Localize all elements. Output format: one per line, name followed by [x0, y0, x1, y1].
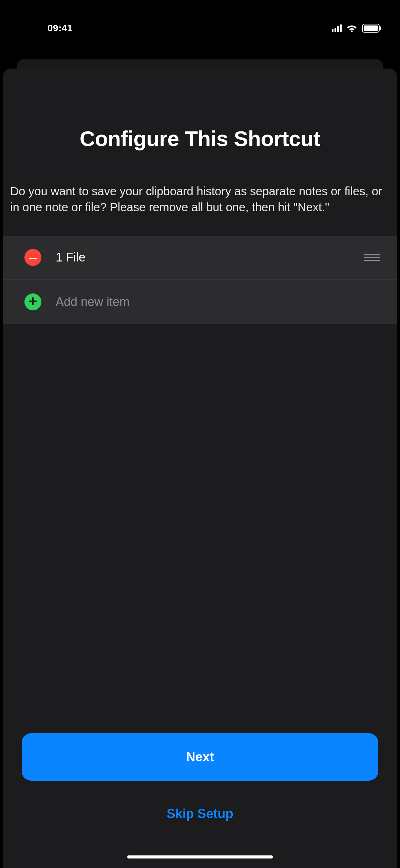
footer: Next Skip Setup: [3, 733, 397, 868]
minus-icon: [29, 254, 37, 260]
signal-icon: [332, 24, 342, 32]
next-button[interactable]: Next: [22, 733, 378, 781]
add-item-row[interactable]: Add new item: [3, 280, 397, 324]
list-item[interactable]: 1 File: [3, 236, 397, 280]
add-item-button[interactable]: [24, 293, 41, 310]
status-time: 09:41: [47, 23, 73, 34]
add-item-placeholder: Add new item: [56, 295, 386, 309]
description-text: Do you want to save your clipboard histo…: [10, 183, 390, 215]
battery-icon: [362, 24, 380, 33]
svg-rect-3: [29, 301, 37, 302]
svg-rect-1: [29, 258, 37, 259]
home-indicator[interactable]: [127, 855, 273, 858]
page-title: Configure This Shortcut: [10, 126, 390, 151]
plus-icon: [29, 297, 37, 307]
status-indicators: [332, 24, 380, 33]
configure-sheet: Configure This Shortcut Do you want to s…: [3, 69, 397, 868]
item-label: 1 File: [56, 250, 364, 265]
drag-handle-icon[interactable]: [364, 254, 380, 261]
items-list: 1 File Add new item: [3, 236, 397, 324]
wifi-icon: [346, 24, 358, 33]
svg-point-0: [351, 30, 353, 32]
skip-setup-button[interactable]: Skip Setup: [22, 800, 378, 827]
status-bar: 09:41: [0, 0, 400, 44]
remove-item-button[interactable]: [24, 249, 41, 266]
